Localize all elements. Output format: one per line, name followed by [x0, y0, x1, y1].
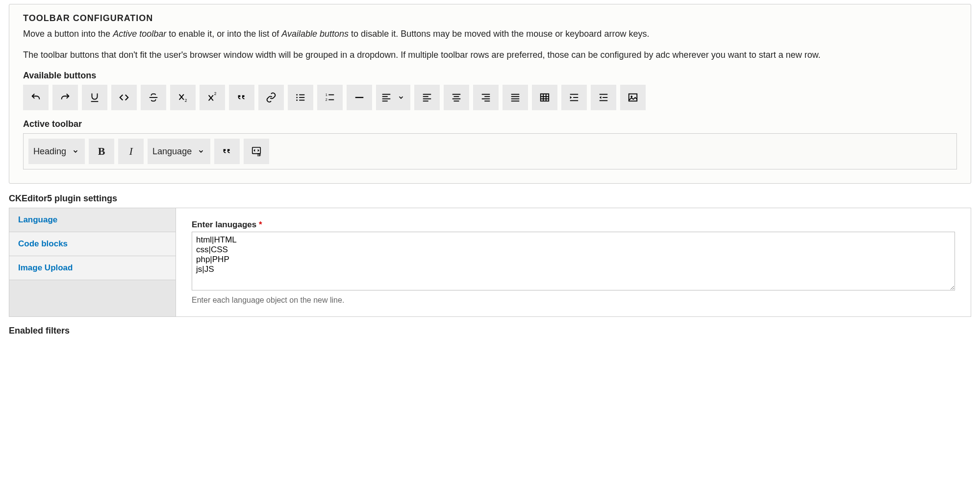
svg-point-51 [630, 96, 632, 97]
superscript-button[interactable]: 2 [200, 85, 225, 110]
table-button[interactable] [532, 85, 557, 110]
subscript-icon: 2 [177, 92, 188, 103]
align-right-icon [480, 92, 491, 103]
svg-point-10 [296, 99, 298, 101]
subscript-button[interactable]: 2 [170, 85, 196, 110]
chevron-down-icon [198, 148, 204, 155]
blockquote-icon [236, 92, 247, 103]
language-dropdown-button[interactable]: Language [148, 139, 210, 164]
desc1-em1: Active toolbar [113, 29, 166, 39]
indent-button[interactable] [561, 85, 587, 110]
align-center-button[interactable] [444, 85, 469, 110]
align-left-button[interactable] [414, 85, 440, 110]
desc1-post: to disable it. Buttons may be moved with… [349, 29, 649, 39]
vertical-tabs: Language Code blocks Image Upload [9, 208, 176, 316]
undo-icon [30, 92, 41, 103]
numbered-list-button[interactable]: 12 [317, 85, 343, 110]
align-justify-button[interactable] [503, 85, 528, 110]
plugin-settings-title: CKEditor5 plugin settings [9, 193, 971, 204]
outdent-button[interactable] [591, 85, 616, 110]
align-left-icon [381, 92, 392, 103]
bold-icon: B [98, 145, 105, 158]
enabled-filters-heading: Enabled filters [9, 326, 971, 336]
description-1: Move a button into the Active toolbar to… [23, 27, 957, 41]
svg-rect-52 [252, 147, 261, 154]
languages-label-text: Enter lanugages [192, 220, 256, 229]
heading-dropdown-button[interactable]: Heading [28, 139, 85, 164]
desc1-pre: Move a button into the [23, 29, 113, 39]
languages-field-label: Enter lanugages * [192, 220, 955, 230]
available-label: Available buttons [23, 71, 957, 81]
languages-textarea[interactable] [192, 232, 955, 290]
svg-text:2: 2 [185, 98, 187, 103]
plugin-tabs-wrapper: Language Code blocks Image Upload Enter … [9, 208, 971, 317]
chevron-down-icon [398, 94, 404, 101]
svg-rect-39 [541, 94, 549, 101]
italic-icon: I [129, 145, 132, 158]
code-icon [119, 92, 129, 103]
italic-button[interactable]: I [118, 139, 144, 164]
outdent-icon [598, 92, 609, 103]
underline-icon [89, 92, 100, 103]
panel-title: TOOLBAR CONFIGURATION [23, 13, 957, 24]
redo-button[interactable] [52, 85, 78, 110]
redo-icon [60, 92, 71, 103]
chevron-down-icon [72, 148, 79, 155]
superscript-icon: 2 [207, 92, 218, 103]
numbered-list-icon: 12 [325, 92, 335, 103]
desc1-em2: Available buttons [281, 29, 349, 39]
heading-label: Heading [33, 146, 66, 157]
code-button[interactable] [111, 85, 137, 110]
active-toolbar: Heading B I Language </> [28, 139, 952, 164]
table-icon [539, 92, 550, 103]
blockquote-active-button[interactable] [214, 139, 240, 164]
tab-codeblocks[interactable]: Code blocks [9, 232, 176, 256]
bold-button[interactable]: B [89, 139, 114, 164]
codeblock-button[interactable]: </> [244, 139, 269, 164]
svg-text:2: 2 [214, 92, 217, 96]
blockquote-icon [222, 146, 232, 157]
toolbar-config-panel: TOOLBAR CONFIGURATION Move a button into… [9, 4, 971, 184]
undo-button[interactable] [23, 85, 49, 110]
bullet-list-icon [295, 92, 306, 103]
alignment-dropdown-button[interactable] [376, 85, 410, 110]
underline-button[interactable] [82, 85, 107, 110]
align-justify-icon [510, 92, 521, 103]
tab-imageupload[interactable]: Image Upload [9, 256, 176, 280]
desc1-mid: to enable it, or into the list of [166, 29, 281, 39]
description-2: The toolbar buttons that don't fit the u… [23, 48, 957, 62]
language-label: Language [152, 146, 192, 157]
codeblock-icon: </> [251, 146, 262, 157]
link-icon [266, 92, 276, 103]
blockquote-button[interactable] [229, 85, 254, 110]
align-right-button[interactable] [473, 85, 499, 110]
svg-text:2: 2 [326, 97, 327, 102]
horizontal-line-icon [354, 92, 365, 103]
tab-language[interactable]: Language [9, 208, 176, 232]
active-label: Active toolbar [23, 119, 957, 129]
align-center-icon [451, 92, 462, 103]
svg-point-8 [296, 94, 298, 96]
image-button[interactable] [620, 85, 646, 110]
tab-panel-language: Enter lanugages * Enter each language ob… [176, 208, 971, 316]
required-asterisk: * [259, 220, 262, 229]
strikethrough-button[interactable] [141, 85, 166, 110]
horizontal-line-button[interactable] [347, 85, 372, 110]
active-toolbar-container: Heading B I Language </> [23, 133, 957, 169]
svg-text:1: 1 [326, 93, 327, 97]
languages-help-text: Enter each language object on the new li… [192, 296, 955, 305]
available-toolbar: 2 2 12 [23, 85, 957, 110]
link-button[interactable] [258, 85, 284, 110]
svg-text:</>: </> [257, 153, 261, 156]
indent-icon [569, 92, 579, 103]
bullet-list-button[interactable] [288, 85, 313, 110]
svg-point-9 [296, 97, 298, 98]
align-left-icon [422, 92, 432, 103]
image-icon [628, 92, 638, 103]
strikethrough-icon [148, 92, 159, 103]
